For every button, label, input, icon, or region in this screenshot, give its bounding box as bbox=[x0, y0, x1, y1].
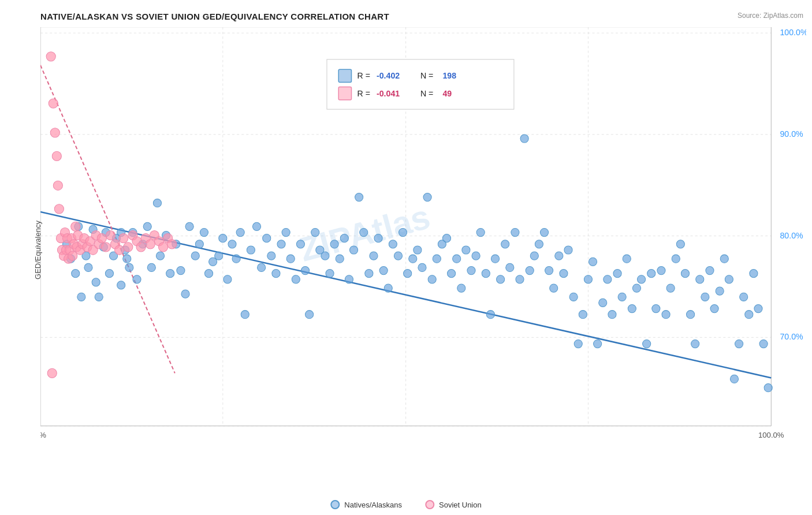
svg-point-86 bbox=[292, 275, 300, 283]
svg-point-148 bbox=[594, 339, 602, 348]
svg-point-135 bbox=[530, 252, 538, 260]
svg-point-88 bbox=[301, 266, 309, 274]
svg-point-177 bbox=[735, 339, 743, 348]
svg-point-214 bbox=[101, 242, 110, 252]
svg-point-92 bbox=[321, 252, 329, 260]
svg-point-134 bbox=[526, 266, 534, 274]
svg-point-218 bbox=[119, 234, 128, 243]
svg-text:70.0%: 70.0% bbox=[780, 332, 803, 341]
svg-point-168 bbox=[691, 339, 699, 348]
svg-text:-0.041: -0.041 bbox=[377, 89, 400, 98]
svg-point-71 bbox=[219, 234, 227, 242]
svg-point-150 bbox=[604, 275, 612, 283]
svg-point-137 bbox=[540, 228, 548, 236]
svg-point-161 bbox=[657, 266, 665, 274]
svg-point-74 bbox=[232, 255, 240, 263]
chart-area: GED/Equivalency .grid-line { stroke: #dd… bbox=[40, 27, 806, 473]
svg-point-180 bbox=[750, 270, 758, 278]
svg-point-73 bbox=[228, 240, 236, 248]
svg-point-79 bbox=[258, 263, 266, 271]
svg-point-111 bbox=[414, 246, 422, 254]
svg-point-184 bbox=[46, 52, 55, 61]
svg-point-90 bbox=[311, 228, 319, 236]
svg-point-128 bbox=[497, 275, 505, 283]
svg-point-147 bbox=[588, 258, 597, 266]
svg-point-154 bbox=[623, 255, 631, 263]
svg-point-94 bbox=[330, 240, 338, 248]
svg-point-56 bbox=[123, 255, 131, 263]
svg-point-85 bbox=[286, 255, 295, 263]
svg-point-139 bbox=[550, 284, 558, 292]
svg-point-142 bbox=[564, 246, 572, 254]
svg-rect-26 bbox=[338, 87, 351, 100]
svg-point-40 bbox=[92, 278, 100, 286]
svg-point-165 bbox=[676, 240, 684, 248]
legend-dot-pink bbox=[425, 500, 434, 509]
chart-container: NATIVE/ALASKAN VS SOVIET UNION GED/EQUIV… bbox=[0, 0, 812, 515]
svg-point-163 bbox=[666, 284, 675, 292]
svg-point-68 bbox=[204, 270, 213, 278]
svg-point-65 bbox=[191, 252, 199, 260]
chart-legend: Natives/Alaskans Soviet Union bbox=[330, 500, 481, 509]
svg-point-93 bbox=[326, 270, 334, 278]
svg-point-44 bbox=[105, 270, 113, 278]
svg-point-227 bbox=[158, 242, 167, 252]
svg-point-101 bbox=[365, 270, 373, 278]
svg-point-127 bbox=[491, 255, 499, 263]
svg-point-62 bbox=[177, 266, 185, 274]
svg-point-38 bbox=[84, 263, 92, 271]
svg-point-151 bbox=[608, 311, 616, 319]
svg-point-222 bbox=[136, 242, 146, 252]
svg-text:R =: R = bbox=[357, 89, 370, 98]
svg-point-171 bbox=[706, 266, 714, 274]
svg-point-176 bbox=[730, 375, 738, 383]
svg-point-124 bbox=[476, 228, 485, 236]
svg-point-187 bbox=[52, 151, 61, 161]
svg-point-114 bbox=[428, 275, 436, 283]
svg-text:-0.402: -0.402 bbox=[377, 71, 400, 80]
svg-point-41 bbox=[95, 293, 103, 301]
svg-point-106 bbox=[389, 240, 397, 248]
legend-dot-blue bbox=[330, 500, 340, 509]
svg-point-133 bbox=[520, 135, 528, 143]
svg-point-219 bbox=[124, 242, 133, 252]
legend-label-soviet: Soviet Union bbox=[439, 501, 482, 509]
svg-point-75 bbox=[236, 228, 244, 236]
svg-point-182 bbox=[759, 339, 768, 348]
svg-point-82 bbox=[272, 270, 280, 278]
svg-point-104 bbox=[379, 266, 388, 274]
svg-point-173 bbox=[716, 287, 724, 295]
svg-point-57 bbox=[153, 199, 161, 207]
svg-rect-21 bbox=[338, 69, 351, 82]
svg-text:0.0%: 0.0% bbox=[40, 431, 46, 439]
svg-point-119 bbox=[453, 255, 461, 263]
svg-point-145 bbox=[579, 311, 587, 319]
svg-point-162 bbox=[662, 311, 670, 319]
svg-text:100.0%: 100.0% bbox=[758, 431, 784, 439]
svg-point-100 bbox=[360, 228, 368, 236]
svg-point-102 bbox=[370, 252, 378, 260]
svg-point-130 bbox=[506, 263, 514, 271]
svg-point-107 bbox=[394, 252, 402, 260]
svg-point-80 bbox=[263, 234, 271, 242]
svg-rect-20 bbox=[327, 59, 514, 109]
svg-point-49 bbox=[125, 263, 133, 271]
svg-point-120 bbox=[457, 284, 465, 292]
svg-point-140 bbox=[555, 252, 563, 260]
svg-point-172 bbox=[710, 304, 718, 312]
svg-point-66 bbox=[195, 240, 203, 248]
svg-point-126 bbox=[486, 311, 494, 319]
svg-point-185 bbox=[49, 99, 58, 108]
svg-point-67 bbox=[200, 228, 208, 236]
svg-point-108 bbox=[398, 228, 407, 236]
svg-point-60 bbox=[166, 270, 174, 278]
svg-point-158 bbox=[643, 339, 651, 348]
svg-point-123 bbox=[472, 252, 480, 260]
legend-item-natives: Natives/Alaskans bbox=[330, 500, 402, 509]
svg-point-136 bbox=[535, 240, 543, 248]
svg-point-189 bbox=[54, 204, 64, 214]
svg-point-36 bbox=[77, 293, 85, 301]
svg-point-81 bbox=[267, 252, 275, 260]
svg-text:100.0%: 100.0% bbox=[780, 28, 806, 37]
svg-point-109 bbox=[404, 270, 412, 278]
